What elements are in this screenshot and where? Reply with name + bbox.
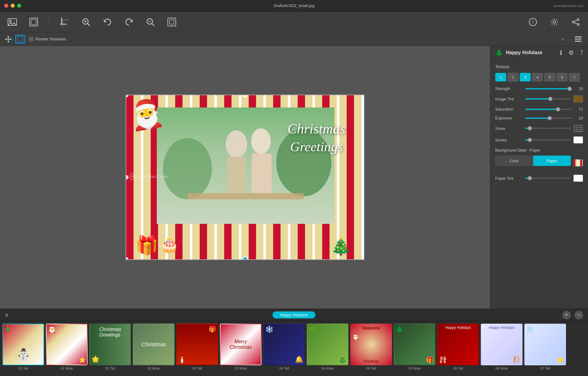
svg-point-37	[251, 128, 271, 154]
move-tool-icon[interactable]	[5, 36, 12, 43]
svg-rect-30	[575, 41, 582, 42]
zoom-in-tool[interactable]	[80, 16, 92, 28]
svg-point-32	[163, 138, 212, 199]
panel-list-icon[interactable]	[573, 34, 583, 44]
svg-point-21	[572, 21, 574, 23]
toolbar-right: i	[527, 16, 582, 28]
svg-rect-27	[17, 36, 23, 42]
info-tool[interactable]: i	[527, 16, 539, 28]
paper-tint-swatch[interactable]	[573, 175, 583, 182]
thumb-item-03-tall[interactable]: 🎁 🕯️ 03 Tall	[176, 324, 218, 370]
thumb-07-tall: ❄️ ⭐	[524, 324, 566, 365]
texture-tab-6[interactable]: 6	[556, 73, 567, 81]
strip-toggle[interactable]: ∨	[5, 312, 9, 318]
thumb-02-wide: Christmas	[133, 324, 175, 365]
rotate-left-tool[interactable]	[101, 16, 114, 28]
frame-tool[interactable]	[28, 16, 40, 28]
settings-tool[interactable]	[548, 16, 560, 28]
exposure-thumb[interactable]	[548, 116, 552, 120]
maximize-button[interactable]	[17, 4, 21, 8]
texture-tab-1[interactable]: 1	[495, 73, 506, 81]
thumb-05-wide: 🌲 🎁	[394, 324, 435, 365]
background-style-swatch[interactable]	[573, 159, 583, 167]
add-template-button[interactable]: +	[562, 311, 571, 319]
stroke-track[interactable]	[525, 139, 571, 141]
snow-swatch[interactable]	[573, 125, 583, 132]
thumb-label-06-tall: 06 Tall	[453, 367, 463, 370]
texture-tab-3[interactable]: 3	[520, 73, 531, 81]
image-tint-track[interactable]	[525, 98, 571, 100]
zoom-out-tool[interactable]	[144, 16, 156, 28]
fit-tool[interactable]	[166, 16, 178, 28]
share-tool[interactable]	[570, 16, 582, 28]
svg-rect-34	[187, 193, 304, 199]
expand-arrow[interactable]: ›	[562, 36, 564, 42]
stroke-thumb[interactable]	[528, 138, 532, 142]
panel-settings-icon[interactable]: ⚙	[568, 49, 574, 56]
texture-tab-7[interactable]: 7	[569, 73, 580, 81]
strip-controls: + −	[562, 311, 583, 319]
texture-tab-4[interactable]: 4	[532, 73, 543, 81]
color-button[interactable]: Color	[495, 156, 533, 166]
svg-point-19	[553, 21, 556, 23]
render-shadows-checkbox[interactable]: ✓ Render Shadows	[29, 37, 66, 42]
thumb-label-02-tall: 02 Tall	[105, 367, 115, 370]
strength-track[interactable]	[525, 88, 572, 89]
snow-label: Snow	[495, 126, 523, 131]
strength-thumb[interactable]	[567, 87, 572, 91]
thumb-item-06-tall[interactable]: Happy Holidays 🩰 06 Tall	[437, 324, 479, 370]
image-tint-thumb[interactable]	[548, 97, 552, 101]
exposure-track[interactable]	[525, 118, 572, 119]
thumb-item-04-wide[interactable]: 🌿 🎄 04 Wide	[307, 324, 349, 370]
svg-rect-36	[227, 156, 246, 193]
thumb-06-tall: Happy Holidays 🩰	[437, 324, 479, 365]
thumb-label-02-wide: 02 Wide	[148, 367, 160, 370]
texture-tab-2[interactable]: 2	[507, 73, 518, 81]
thumb-item-05-tall[interactable]: Seasons Greetings 🎅 05 Tall	[350, 324, 392, 370]
bg-style-controls: Color Paper	[495, 156, 583, 170]
thumb-item-04-tall[interactable]: ❄️ 🔔 04 Tall	[263, 324, 305, 370]
panel-title: Happy Holidaze	[506, 50, 542, 55]
texture-tab-5[interactable]: 5	[544, 73, 555, 81]
thumb-03-tall: 🎁 🕯️	[176, 324, 218, 365]
snow-thumb[interactable]	[528, 126, 532, 130]
thumb-06-wide: Happy Holidays 🩰	[481, 324, 522, 365]
thumb-item-05-wide[interactable]: 🌲 🎁 05 Wide	[394, 324, 435, 370]
handle-mr[interactable]	[362, 175, 364, 179]
thumb-item-02-tall[interactable]: Christmas Greetings 🌟 02 Tall	[89, 324, 131, 370]
minimize-button[interactable]	[11, 4, 15, 8]
handle-br[interactable]	[362, 257, 364, 260]
stroke-swatch[interactable]	[573, 136, 583, 144]
close-button[interactable]	[4, 4, 8, 8]
paper-button[interactable]: Paper	[533, 156, 571, 166]
paper-tint-thumb[interactable]	[528, 176, 532, 180]
thumb-item-01-tall[interactable]: ⛄ 🎄 01 Tall	[2, 324, 44, 370]
paper-tint-track[interactable]	[525, 178, 571, 179]
crop-tool[interactable]	[58, 16, 71, 28]
saturation-track[interactable]	[525, 109, 572, 110]
thumb-item-01-wide[interactable]: 🎅 ⭐ 01 Wide	[46, 324, 88, 370]
image-tint-slider-row: Image Tint	[495, 95, 583, 103]
canvas-text: Christmas Greetings	[288, 120, 345, 156]
saturation-thumb[interactable]	[556, 107, 560, 111]
thumb-item-06-wide[interactable]: Happy Holidays 🩰 06 Wide	[481, 324, 522, 370]
remove-template-button[interactable]: −	[575, 311, 583, 319]
main-content: Christmas Greetings 🎅 🎁 🎂 🎄	[0, 46, 588, 309]
bg-style-label: Background Style : Paper	[495, 148, 583, 152]
panel-info-icon[interactable]: ℹ	[560, 49, 562, 56]
snow-track[interactable]	[525, 128, 571, 129]
rotate-right-tool[interactable]	[123, 16, 135, 28]
rotate-handle[interactable]	[243, 257, 247, 260]
thumb-item-02-wide[interactable]: Christmas 02 Wide	[133, 324, 175, 370]
panel-share-icon[interactable]: ⤴	[580, 49, 583, 56]
thumb-item-03-wide[interactable]: Merry Christmas 03 Wide	[220, 324, 262, 370]
photo-tool[interactable]	[6, 16, 18, 28]
strength-slider-row: Strength 10	[495, 86, 583, 91]
panel-header: 🌲 Happy Holidaze ℹ ⚙ ⤴	[490, 46, 588, 59]
selection-tool[interactable]	[15, 35, 25, 43]
svg-point-1	[9, 20, 11, 22]
thumb-label-07-tall: 07 Tall	[540, 367, 550, 370]
image-tint-swatch[interactable]	[573, 95, 583, 103]
exposure-label: Exposure	[495, 116, 523, 120]
thumb-item-07-tall[interactable]: ❄️ ⭐ 07 Tall	[524, 324, 566, 370]
